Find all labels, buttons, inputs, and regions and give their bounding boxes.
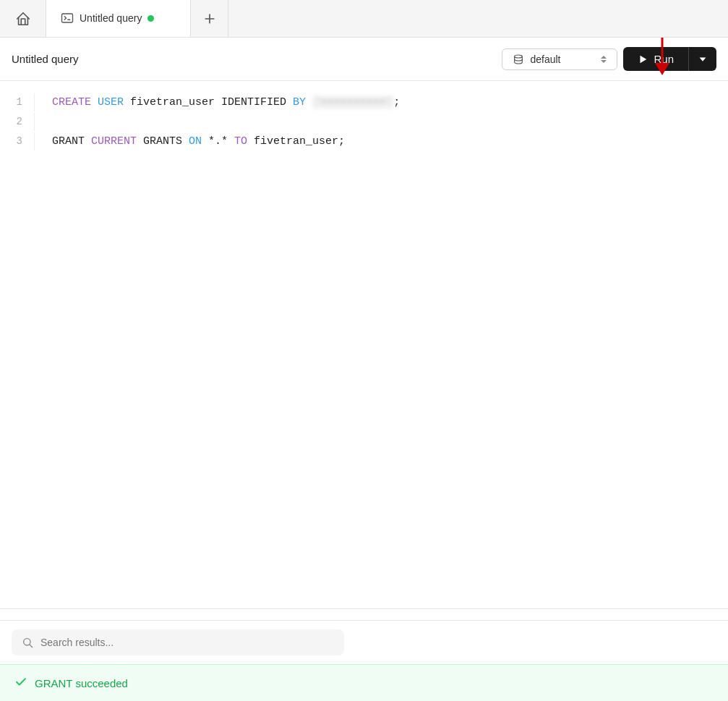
page-title: Untitled query <box>12 53 79 65</box>
svg-rect-0 <box>62 14 73 22</box>
success-message: GRANT succeeded <box>35 677 128 689</box>
run-dropdown-button[interactable] <box>688 47 716 71</box>
search-bar <box>0 620 728 664</box>
home-icon <box>15 11 31 27</box>
line-content-1: CREATE USER fivetran_user IDENTIFIED BY … <box>35 93 400 112</box>
code-editor[interactable]: 1 CREATE USER fivetran_user IDENTIFIED B… <box>0 81 728 609</box>
svg-marker-4 <box>641 55 647 63</box>
keyword-to: TO <box>234 135 247 148</box>
svg-marker-5 <box>700 57 706 61</box>
search-input[interactable] <box>40 637 334 648</box>
line-number-2: 2 <box>0 113 35 131</box>
tab-bar-spacer <box>228 0 728 37</box>
line-number-1: 1 <box>0 93 35 111</box>
new-tab-button[interactable] <box>191 0 228 37</box>
code-line-1: 1 CREATE USER fivetran_user IDENTIFIED B… <box>0 93 728 112</box>
run-button-group: Run <box>623 47 716 71</box>
database-icon <box>513 54 524 65</box>
terminal-icon <box>61 12 74 25</box>
chevron-updown-icon <box>601 56 607 63</box>
code-line-2: 2 <box>0 112 728 132</box>
home-tab[interactable] <box>0 0 46 37</box>
query-tab-title: Untitled query <box>80 12 142 24</box>
toolbar-right: default Run <box>502 47 716 71</box>
run-button[interactable]: Run <box>623 47 688 71</box>
bottom-section: GRANT succeeded <box>0 620 728 701</box>
keyword-on: ON <box>189 135 202 148</box>
tab-bar: Untitled query <box>0 0 728 38</box>
plus-icon <box>202 12 217 26</box>
search-icon <box>22 637 33 648</box>
password-value: ’••••••••••‘ <box>312 96 393 109</box>
line-content-2 <box>35 112 59 132</box>
success-bar: GRANT succeeded <box>0 664 728 701</box>
line-number-3: 3 <box>0 132 35 150</box>
status-indicator-dot <box>147 15 154 22</box>
svg-line-7 <box>30 645 33 647</box>
keyword-by: BY <box>293 96 306 109</box>
keyword-create: CREATE <box>52 96 91 109</box>
toolbar: Untitled query default Run <box>0 38 728 81</box>
run-label: Run <box>654 53 674 65</box>
code-line-3: 3 GRANT CURRENT GRANTS ON *.* TO fivetra… <box>0 132 728 151</box>
keyword-current: CURRENT <box>91 135 137 148</box>
query-tab[interactable]: Untitled query <box>46 0 191 37</box>
keyword-user: USER <box>98 96 124 109</box>
svg-point-3 <box>515 55 523 58</box>
search-input-wrapper <box>12 629 344 655</box>
db-name-label: default <box>530 54 591 65</box>
database-selector[interactable]: default <box>502 48 617 70</box>
play-icon <box>638 54 648 64</box>
chevron-down-icon <box>698 54 708 64</box>
success-check-icon <box>14 675 27 691</box>
line-content-3: GRANT CURRENT GRANTS ON *.* TO fivetran_… <box>35 132 345 151</box>
